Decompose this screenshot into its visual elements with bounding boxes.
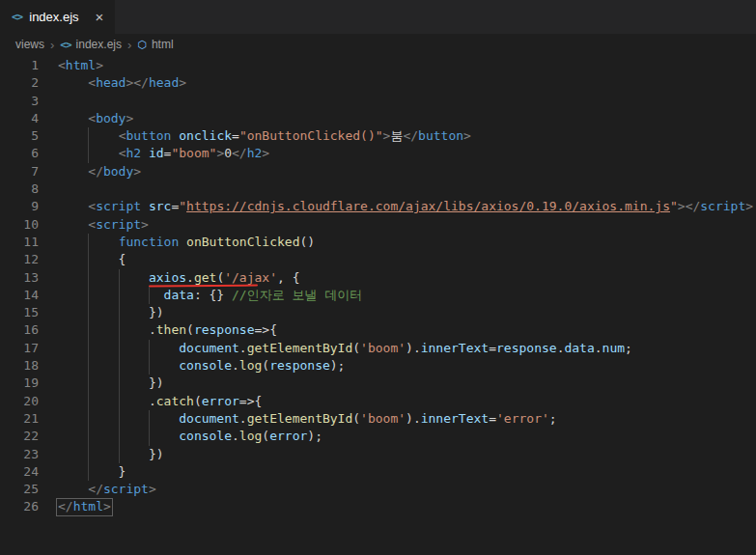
line-number[interactable]: 1 — [0, 57, 39, 74]
breadcrumb-item-views[interactable]: views — [15, 38, 44, 51]
code-line[interactable]: 11 function onButtonClicked() — [0, 234, 756, 251]
indent-guide — [88, 304, 89, 321]
breadcrumb-item-file[interactable]: <> index.ejs — [60, 38, 122, 51]
indent-guide — [88, 393, 89, 410]
indent-guide — [119, 340, 120, 357]
code-line[interactable]: 14 data: {} //인자로 보낼 데이터 — [0, 287, 756, 304]
line-number[interactable]: 17 — [0, 340, 39, 357]
tab-title: index.ejs — [29, 10, 78, 24]
code-line[interactable]: 21 document.getElementById('boom').inner… — [0, 410, 756, 428]
indent-guide — [119, 304, 120, 321]
tab-index-ejs[interactable]: <> index.ejs × — [0, 0, 115, 34]
code-text: .then(response=>{ — [58, 321, 756, 339]
indent-guide — [119, 375, 120, 392]
breadcrumb-file-label: index.ejs — [76, 38, 122, 51]
code-text: } — [58, 463, 756, 481]
editor-window: <> index.ejs × views › <> index.ejs › ⬡ … — [0, 0, 756, 555]
code-line[interactable]: 8 — [0, 180, 756, 198]
code-line[interactable]: 16 .then(response=>{ — [0, 321, 756, 339]
indent-guide — [119, 446, 120, 463]
code-line[interactable]: 23 }) — [0, 446, 756, 463]
line-number[interactable]: 7 — [0, 163, 39, 180]
breadcrumb-item-html[interactable]: ⬡ html — [137, 38, 173, 51]
tab-bar: <> index.ejs × — [0, 0, 756, 34]
code-line[interactable]: 12 { — [0, 251, 756, 268]
code-text: </html> — [58, 498, 756, 515]
chevron-right-icon: › — [47, 38, 57, 52]
code-line[interactable]: 15 }) — [0, 304, 756, 321]
code-text: console.log(error); — [58, 428, 756, 445]
code-line[interactable]: 13 axios.get('/ajax', { — [0, 269, 756, 287]
indent-guide — [88, 446, 89, 463]
line-number[interactable]: 22 — [0, 428, 39, 445]
line-number[interactable]: 2 — [0, 74, 39, 92]
code-text: <script> — [58, 216, 756, 234]
code-line[interactable]: 9 <script src="https://cdnjs.cloudflare.… — [0, 198, 756, 215]
indent-guide — [119, 321, 120, 339]
indent-guide — [88, 410, 89, 428]
code-line[interactable]: 25 </script> — [0, 481, 756, 498]
line-number[interactable]: 23 — [0, 446, 39, 463]
code-line[interactable]: 18 console.log(response); — [0, 357, 756, 375]
indent-guide — [149, 287, 150, 304]
code-text: data: {} //인자로 보낼 데이터 — [58, 287, 756, 304]
line-number[interactable]: 11 — [0, 234, 39, 251]
code-text: </body> — [58, 163, 756, 180]
indent-guide — [149, 357, 150, 375]
code-line[interactable]: 10 <script> — [0, 216, 756, 234]
indent-guide — [88, 463, 89, 481]
code-text — [58, 93, 756, 110]
code-line[interactable]: 26</html> — [0, 498, 756, 515]
code-line[interactable]: 5 <button onclick="onButtonClicked()">붐<… — [0, 127, 756, 145]
code-line[interactable]: 20 .catch(error=>{ — [0, 393, 756, 410]
line-number[interactable]: 6 — [0, 145, 39, 162]
code-text: <body> — [58, 110, 756, 127]
code-text — [58, 180, 756, 198]
code-line[interactable]: 7 </body> — [0, 163, 756, 180]
line-number[interactable]: 9 — [0, 198, 39, 215]
line-number[interactable]: 13 — [0, 269, 39, 287]
html-symbol-icon: ⬡ — [137, 39, 147, 51]
line-number[interactable]: 10 — [0, 216, 39, 234]
indent-guide — [88, 234, 89, 251]
line-number[interactable]: 5 — [0, 127, 39, 145]
code-line[interactable]: 4 <body> — [0, 110, 756, 127]
line-number[interactable]: 24 — [0, 463, 39, 481]
code-text: </script> — [58, 481, 756, 498]
line-number[interactable]: 3 — [0, 93, 39, 110]
code-line[interactable]: 3 — [0, 93, 756, 110]
code-area[interactable]: 1<html>2 <head></head>34 <body>5 <button… — [0, 55, 756, 555]
line-number[interactable]: 4 — [0, 110, 39, 127]
breadcrumb: views › <> index.ejs › ⬡ html — [0, 34, 756, 55]
line-number[interactable]: 26 — [0, 498, 39, 515]
breadcrumb-symbol-label: html — [152, 38, 174, 51]
indent-guide — [88, 145, 89, 162]
line-number[interactable]: 19 — [0, 375, 39, 392]
line-number[interactable]: 8 — [0, 180, 39, 198]
code-line[interactable]: 24 } — [0, 463, 756, 481]
indent-guide — [88, 428, 89, 445]
line-number[interactable]: 18 — [0, 357, 39, 375]
code-text: .catch(error=>{ — [58, 393, 756, 410]
code-text: <h2 id="boom">0</h2> — [58, 145, 756, 162]
code-text: <button onclick="onButtonClicked()">붐</b… — [58, 127, 756, 145]
line-number[interactable]: 14 — [0, 287, 39, 304]
line-number[interactable]: 15 — [0, 304, 39, 321]
code-text: axios.get('/ajax', { — [58, 269, 756, 287]
code-line[interactable]: 2 <head></head> — [0, 74, 756, 92]
code-line[interactable]: 6 <h2 id="boom">0</h2> — [0, 145, 756, 162]
line-number[interactable]: 12 — [0, 251, 39, 268]
close-icon[interactable]: × — [96, 10, 104, 24]
code-line[interactable]: 17 document.getElementById('boom').inner… — [0, 340, 756, 357]
code-line[interactable]: 1<html> — [0, 57, 756, 74]
line-number[interactable]: 16 — [0, 321, 39, 339]
line-number[interactable]: 25 — [0, 481, 39, 498]
code-line[interactable]: 22 console.log(error); — [0, 428, 756, 445]
indent-guide — [88, 340, 89, 357]
code-text: <script src="https://cdnjs.cloudflare.co… — [58, 198, 756, 215]
line-number[interactable]: 20 — [0, 393, 39, 410]
indent-guide — [119, 357, 120, 375]
indent-guide — [119, 410, 120, 428]
line-number[interactable]: 21 — [0, 410, 39, 428]
code-line[interactable]: 19 }) — [0, 375, 756, 392]
